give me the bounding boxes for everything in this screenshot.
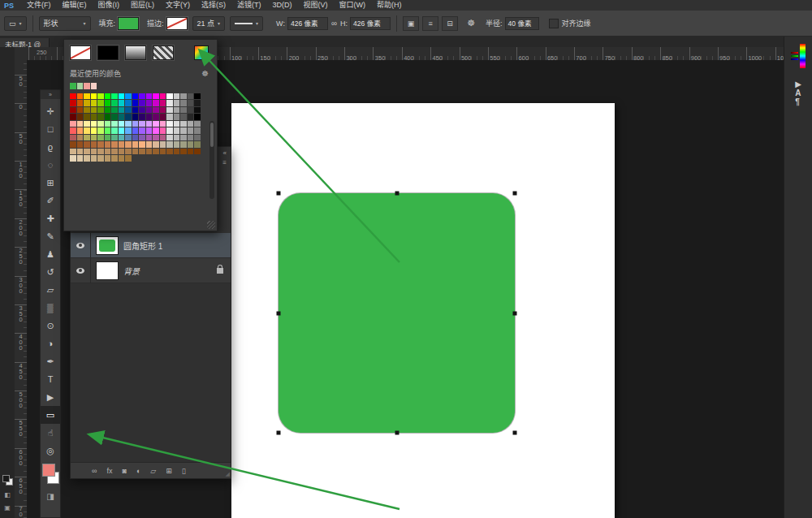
color-swatch[interactable] bbox=[132, 100, 139, 106]
mini-grid-icon[interactable]: ▣ bbox=[4, 504, 11, 512]
recent-color-swatch[interactable] bbox=[91, 83, 97, 89]
shape-handle[interactable] bbox=[277, 311, 281, 315]
color-swatch[interactable] bbox=[153, 121, 159, 127]
layer-group-icon[interactable]: ▱ bbox=[150, 467, 156, 475]
color-swatch[interactable] bbox=[111, 114, 118, 120]
color-swatch[interactable] bbox=[125, 93, 132, 100]
color-swatch[interactable] bbox=[146, 121, 153, 127]
color-swatch[interactable] bbox=[132, 141, 139, 148]
layer-row[interactable]: 圆角矩形 1 bbox=[71, 233, 231, 258]
color-swatch[interactable] bbox=[174, 107, 180, 114]
menu-item[interactable]: 图层(L) bbox=[125, 0, 160, 11]
color-swatch[interactable] bbox=[84, 149, 90, 155]
color-swatch[interactable] bbox=[91, 135, 97, 141]
color-swatch[interactable] bbox=[105, 121, 111, 127]
color-swatch[interactable] bbox=[91, 121, 97, 127]
color-swatch[interactable] bbox=[91, 93, 97, 100]
zoom-tool[interactable]: ◎ bbox=[41, 442, 60, 460]
color-swatch[interactable] bbox=[132, 93, 139, 100]
color-swatch[interactable] bbox=[132, 114, 139, 120]
color-swatch[interactable] bbox=[119, 155, 125, 162]
color-swatch[interactable] bbox=[70, 100, 76, 106]
layer-effects-icon[interactable]: fx bbox=[106, 467, 112, 475]
color-swatch[interactable] bbox=[160, 93, 166, 100]
color-swatch[interactable] bbox=[146, 135, 153, 141]
color-swatch[interactable] bbox=[77, 93, 84, 100]
color-swatch[interactable] bbox=[194, 127, 201, 134]
color-swatch[interactable] bbox=[146, 100, 153, 106]
color-swatch[interactable] bbox=[146, 107, 153, 114]
layer-thumbnail[interactable] bbox=[97, 237, 118, 254]
color-swatch[interactable] bbox=[174, 121, 180, 127]
color-swatch[interactable] bbox=[70, 93, 76, 100]
color-swatch[interactable] bbox=[125, 107, 132, 114]
color-swatch[interactable] bbox=[146, 114, 153, 120]
color-swatch[interactable] bbox=[84, 107, 90, 114]
color-swatch[interactable] bbox=[105, 114, 111, 120]
stroke-width-select[interactable]: 21 点 ▾ bbox=[192, 16, 226, 31]
color-swatch[interactable] bbox=[180, 121, 187, 127]
color-swatch[interactable] bbox=[77, 114, 84, 120]
panel-resize-grip[interactable]: ◢ bbox=[226, 471, 230, 477]
actions-panel-icon[interactable]: ▶ bbox=[795, 80, 801, 88]
paragraph-panel-icon[interactable]: ¶ bbox=[795, 97, 801, 106]
blur-tool[interactable]: ⊙ bbox=[41, 317, 60, 335]
stroke-type-select[interactable]: ▾ bbox=[230, 16, 263, 31]
color-swatch[interactable] bbox=[174, 114, 180, 120]
crop-tool[interactable]: ⊞ bbox=[41, 174, 60, 192]
color-swatch[interactable] bbox=[153, 114, 159, 120]
color-swatch[interactable] bbox=[166, 141, 173, 148]
color-swatch[interactable] bbox=[160, 121, 166, 127]
document-canvas[interactable] bbox=[231, 103, 615, 518]
color-swatch[interactable] bbox=[105, 141, 111, 148]
color-swatch[interactable] bbox=[180, 93, 187, 100]
hand-tool[interactable]: ☝ bbox=[41, 424, 60, 442]
color-swatch[interactable] bbox=[97, 121, 104, 127]
color-swatch[interactable] bbox=[166, 100, 173, 106]
shape-handle[interactable] bbox=[395, 431, 399, 435]
no-color-swatch[interactable] bbox=[70, 45, 91, 60]
color-swatch[interactable] bbox=[194, 93, 201, 100]
color-swatch[interactable] bbox=[77, 155, 84, 162]
color-swatch[interactable] bbox=[153, 149, 159, 155]
color-swatch[interactable] bbox=[146, 149, 153, 155]
color-swatch[interactable] bbox=[174, 135, 180, 141]
mini-default-colors-icon[interactable] bbox=[2, 475, 13, 486]
color-swatch[interactable] bbox=[111, 121, 118, 127]
color-swatch[interactable] bbox=[188, 121, 194, 127]
layer-thumbnail[interactable] bbox=[97, 262, 118, 279]
color-swatch[interactable] bbox=[160, 114, 166, 120]
color-swatch[interactable] bbox=[70, 155, 76, 162]
color-swatch[interactable] bbox=[105, 127, 111, 134]
tool-mode-select[interactable]: 形状 ▾ bbox=[39, 16, 91, 31]
color-swatch[interactable] bbox=[139, 114, 145, 120]
color-swatch[interactable] bbox=[77, 127, 84, 134]
vertical-ruler[interactable]: 5005010015020025030035040045050055060065… bbox=[15, 60, 28, 518]
history-brush-tool[interactable]: ↺ bbox=[41, 263, 60, 281]
color-swatch[interactable] bbox=[146, 93, 153, 100]
type-tool[interactable]: T bbox=[41, 370, 60, 388]
new-layer-icon[interactable]: ⊞ bbox=[166, 467, 172, 475]
color-swatch[interactable] bbox=[125, 135, 132, 141]
color-swatch[interactable] bbox=[188, 127, 194, 134]
lasso-tool[interactable]: ϱ bbox=[41, 138, 60, 156]
add-layer-mask-icon[interactable]: ◙ bbox=[122, 467, 126, 475]
color-swatch[interactable] bbox=[153, 127, 159, 134]
color-swatch[interactable] bbox=[153, 141, 159, 148]
color-swatch[interactable] bbox=[70, 127, 76, 134]
shape-handle[interactable] bbox=[277, 192, 281, 196]
color-swatch[interactable] bbox=[105, 135, 111, 141]
menu-item[interactable]: 图像(I) bbox=[93, 0, 126, 11]
color-swatch[interactable] bbox=[174, 141, 180, 148]
shape-handle[interactable] bbox=[277, 431, 281, 435]
color-swatch[interactable] bbox=[188, 141, 194, 148]
color-swatch[interactable] bbox=[139, 149, 145, 155]
link-layers-icon[interactable]: ∞ bbox=[92, 467, 97, 475]
color-swatch[interactable] bbox=[97, 114, 104, 120]
color-swatch[interactable] bbox=[132, 135, 139, 141]
color-swatch[interactable] bbox=[111, 135, 118, 141]
pen-tool[interactable]: ✒ bbox=[41, 352, 60, 370]
color-swatch[interactable] bbox=[105, 149, 111, 155]
menu-item[interactable]: 编辑(E) bbox=[57, 0, 93, 11]
color-swatch[interactable] bbox=[125, 155, 132, 162]
